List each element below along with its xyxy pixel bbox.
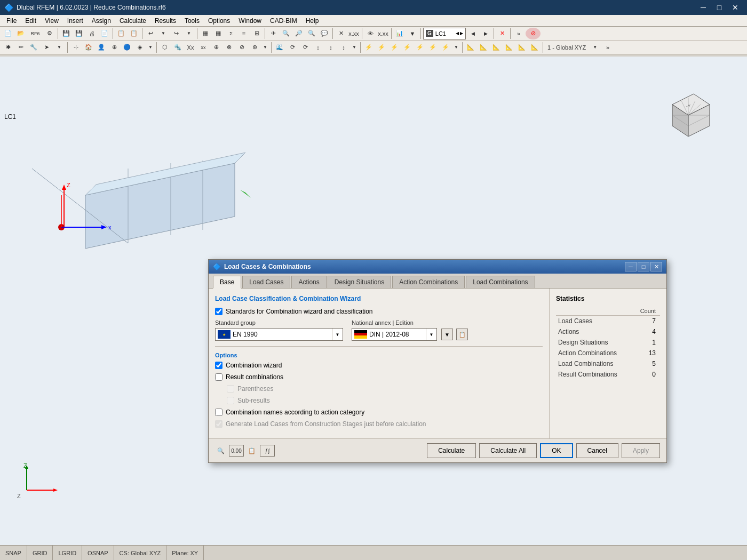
result-combinations-checkbox[interactable] bbox=[215, 373, 222, 381]
national-annex-dropdown-icon[interactable]: ▼ bbox=[426, 329, 436, 340]
tool-n2[interactable]: 🔍 bbox=[280, 28, 292, 39]
t2-e7[interactable]: ⚡ bbox=[440, 42, 451, 53]
dialog-maximize-button[interactable]: □ bbox=[638, 262, 649, 271]
footer-zero-btn[interactable]: 0.00 bbox=[229, 445, 244, 457]
lc-selector[interactable]: G LC1 ◀ ▶ bbox=[423, 28, 466, 39]
tool-x-mark[interactable]: ✕ bbox=[496, 28, 508, 39]
tab-actions[interactable]: Actions bbox=[291, 276, 326, 288]
menu-tools[interactable]: Tools bbox=[180, 16, 204, 26]
tool-x1[interactable]: x.xx bbox=[348, 28, 360, 39]
t2-e5[interactable]: ⚡ bbox=[414, 42, 426, 53]
menu-cadbim[interactable]: CAD-BIM bbox=[266, 16, 301, 26]
menu-view[interactable]: View bbox=[41, 16, 63, 26]
menu-options[interactable]: Options bbox=[204, 16, 234, 26]
combination-wizard-checkbox[interactable] bbox=[215, 362, 222, 369]
tool-settings[interactable]: ⚙ bbox=[44, 28, 55, 39]
tool-save2[interactable]: 💾 bbox=[73, 28, 85, 39]
t2-b2[interactable]: 🏠 bbox=[83, 42, 94, 53]
tool-m2[interactable]: ▦ bbox=[212, 28, 224, 39]
t2-f3[interactable]: 📐 bbox=[490, 42, 502, 53]
close-button[interactable]: ✕ bbox=[728, 0, 743, 15]
t2-d5[interactable]: ↕ bbox=[325, 42, 337, 53]
tab-load-cases[interactable]: Load Cases bbox=[242, 276, 290, 288]
tool-save[interactable]: 💾 bbox=[60, 28, 72, 39]
sub-results-checkbox[interactable] bbox=[227, 397, 234, 404]
menu-help[interactable]: Help bbox=[301, 16, 323, 26]
t2-b4[interactable]: ⊕ bbox=[108, 42, 120, 53]
t2-c1[interactable]: ⬡ bbox=[159, 42, 171, 53]
t2-d2[interactable]: ⟳ bbox=[287, 42, 298, 53]
t2-b6[interactable]: ◈ bbox=[134, 42, 146, 53]
t2-f5[interactable]: 📐 bbox=[516, 42, 528, 53]
tool-view1[interactable]: 👁 bbox=[364, 28, 376, 39]
apply-button[interactable]: Apply bbox=[622, 443, 660, 458]
tool-view2[interactable]: x.xx bbox=[377, 28, 389, 39]
t2-dd1[interactable]: ▼ bbox=[147, 42, 154, 53]
footer-table-btn[interactable]: 📋 bbox=[246, 445, 258, 457]
t2-d1[interactable]: 🌊 bbox=[274, 42, 285, 53]
tool-print[interactable]: 🖨 bbox=[86, 28, 98, 39]
t2-f6[interactable]: 📐 bbox=[529, 42, 541, 53]
menu-file[interactable]: File bbox=[2, 16, 21, 26]
t2-f1[interactable]: 📐 bbox=[465, 42, 476, 53]
tool-new[interactable]: 📄 bbox=[2, 28, 14, 39]
t2-2[interactable]: ✏ bbox=[15, 42, 27, 53]
cancel-button[interactable]: Cancel bbox=[576, 443, 618, 458]
t2-b1[interactable]: ⊹ bbox=[70, 42, 82, 53]
standards-checkbox[interactable] bbox=[215, 308, 222, 315]
tool-m5[interactable]: ⊞ bbox=[251, 28, 263, 39]
standard-group-select-wrapper[interactable]: ★ EN 1990 ▼ bbox=[215, 328, 343, 341]
tool-extra2[interactable]: ⊘ bbox=[526, 28, 541, 39]
tool-lc[interactable]: ✕ bbox=[335, 28, 347, 39]
t2-dd2[interactable]: ▼ bbox=[261, 42, 269, 53]
t2-e6[interactable]: ⚡ bbox=[427, 42, 439, 53]
t2-c3[interactable]: Xx bbox=[185, 42, 196, 53]
tool-undo[interactable]: ↩ bbox=[145, 28, 156, 39]
national-annex-select-wrapper[interactable]: DIN | 2012-08 ▼ bbox=[352, 328, 437, 341]
t2-c4[interactable]: xx bbox=[197, 42, 209, 53]
standard-group-select[interactable]: EN 1990 bbox=[233, 329, 332, 340]
tool-extra1[interactable]: » bbox=[513, 28, 525, 39]
standard-group-dropdown-icon[interactable]: ▼ bbox=[332, 329, 343, 340]
footer-fn-btn[interactable]: ƒ∫ bbox=[260, 445, 275, 457]
t2-f4[interactable]: 📐 bbox=[503, 42, 515, 53]
menu-edit[interactable]: Edit bbox=[21, 16, 41, 26]
tool-rf6[interactable]: RF6 bbox=[28, 28, 43, 39]
tool-copy[interactable]: 📋 bbox=[115, 28, 127, 39]
t2-dd3[interactable]: ▼ bbox=[351, 42, 358, 53]
tab-design-situations[interactable]: Design Situations bbox=[328, 276, 391, 288]
tool-lc-next[interactable]: ▶ bbox=[480, 28, 491, 39]
combination-names-checkbox[interactable] bbox=[215, 409, 222, 416]
tool-n3[interactable]: 🔎 bbox=[293, 28, 305, 39]
t2-arrow[interactable]: ➤ bbox=[41, 42, 52, 53]
t2-b5[interactable]: 🔵 bbox=[121, 42, 133, 53]
menu-assign[interactable]: Assign bbox=[88, 16, 115, 26]
generate-lc-checkbox[interactable] bbox=[215, 420, 222, 428]
t2-f2[interactable]: 📐 bbox=[478, 42, 489, 53]
tool-p1[interactable]: 📊 bbox=[394, 28, 406, 39]
t2-e3[interactable]: ⚡ bbox=[388, 42, 400, 53]
dialog-minimize-button[interactable]: ─ bbox=[625, 262, 637, 271]
t2-xyz-dd[interactable]: ▼ bbox=[589, 42, 601, 53]
t2-d3[interactable]: ⟳ bbox=[299, 42, 311, 53]
tool-p2[interactable]: ▼ bbox=[407, 28, 418, 39]
tool-m1[interactable]: ▦ bbox=[200, 28, 211, 39]
t2-dd4[interactable]: ▼ bbox=[452, 42, 460, 53]
maximize-button[interactable]: □ bbox=[712, 0, 727, 15]
minimize-button[interactable]: ─ bbox=[696, 0, 711, 15]
t2-c2[interactable]: 🔩 bbox=[172, 42, 184, 53]
calculate-button[interactable]: Calculate bbox=[427, 443, 476, 458]
tool-lc-prev[interactable]: ◀ bbox=[467, 28, 479, 39]
national-annex-filter-button[interactable]: ▼ bbox=[441, 329, 453, 340]
tab-load-combinations[interactable]: Load Combinations bbox=[466, 276, 535, 288]
t2-xyz-btn[interactable]: » bbox=[602, 42, 614, 53]
tab-base[interactable]: Base bbox=[213, 276, 241, 289]
t2-3[interactable]: 🔧 bbox=[28, 42, 39, 53]
menu-insert[interactable]: Insert bbox=[63, 16, 88, 26]
dialog-close-button[interactable]: ✕ bbox=[650, 262, 662, 271]
tool-m3[interactable]: Σ bbox=[225, 28, 237, 39]
tool-n4[interactable]: 🔍 bbox=[306, 28, 317, 39]
t2-1[interactable]: ✱ bbox=[2, 42, 14, 53]
t2-c6[interactable]: ⊗ bbox=[223, 42, 235, 53]
tool-n5[interactable]: 💬 bbox=[319, 28, 330, 39]
